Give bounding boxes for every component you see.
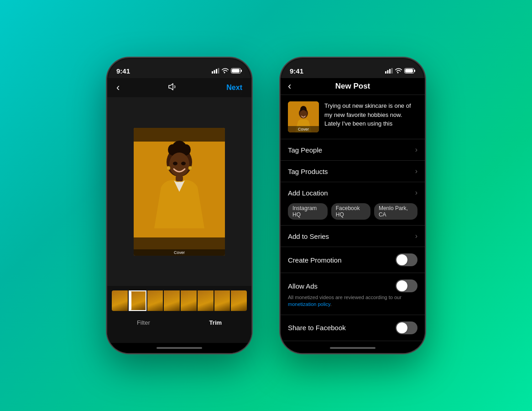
svg-rect-6 [232,69,240,73]
allow-ads-knob [396,280,407,291]
allow-ads-label: Allow Ads [288,282,318,290]
svg-rect-5 [241,70,242,72]
video-preview: Cover [107,97,251,286]
filter-tab[interactable]: Filter [128,319,159,326]
film-frame-3 [147,290,163,311]
post-scroll-content[interactable]: Cover Trying out new skincare is one of … [281,95,425,343]
home-bar-left [156,347,202,349]
svg-point-18 [167,166,170,170]
svg-rect-1 [214,70,215,74]
share-facebook-toggle[interactable] [396,321,417,334]
location-tag-menlopark[interactable]: Menlo Park, CA [374,203,417,220]
next-button[interactable]: Next [226,84,242,92]
svg-rect-27 [405,69,413,73]
svg-rect-0 [212,71,213,74]
signal-icon [212,68,219,74]
svg-rect-26 [414,70,415,72]
svg-rect-9 [134,128,225,142]
share-facebook-row: Share to Facebook [281,315,425,341]
svg-rect-23 [389,69,391,74]
allow-ads-sub-after: . [330,301,332,307]
share-facebook-label: Share to Facebook [288,324,346,332]
status-icons-left [212,68,242,74]
create-promotion-knob [396,254,407,265]
svg-rect-24 [391,68,393,74]
status-bar-right: 9:41 [281,58,425,78]
share-facebook-knob [396,322,407,333]
monetization-policy-link[interactable]: monetization policy [288,301,330,307]
svg-point-15 [169,153,189,176]
woman-svg [134,128,225,256]
create-promotion-row: Create Promotion [281,247,425,273]
status-icons-right [385,68,416,74]
film-strip[interactable] [112,290,247,311]
film-frame-5 [181,290,197,311]
trim-tab[interactable]: Trim [200,319,231,326]
back-button-right[interactable]: ‹ [288,80,291,92]
phone-left: 9:41 ‹ [106,57,252,354]
svg-point-19 [188,166,192,170]
chevron-tag-products: › [415,167,417,175]
post-thumbnail: Cover [288,101,319,132]
cover-label-post: Cover [288,126,319,132]
add-location-label: Add Location [288,189,328,197]
svg-rect-3 [218,68,219,74]
create-promotion-toggle[interactable] [396,253,417,266]
location-tag-facebook[interactable]: Facebook HQ [331,203,370,220]
film-frame-8 [231,290,247,311]
add-to-series-row[interactable]: Add to Series › [281,226,425,247]
svg-rect-22 [387,70,389,74]
allow-ads-row: Allow Ads All monetized videos are revie… [281,273,425,315]
film-frame-1 [112,290,128,311]
screen-left: ‹ Next [107,78,251,353]
timeline-bar [107,286,251,316]
home-indicator-right [281,343,425,353]
tag-people-row[interactable]: Tag People › [281,139,425,161]
svg-rect-21 [385,71,386,74]
video-thumbnail: Cover [134,128,225,256]
chevron-add-series: › [415,232,417,240]
film-frame-6 [198,290,214,311]
video-header: ‹ Next [107,78,251,97]
time-right: 9:41 [290,67,303,75]
location-tags-container: Instagram HQ Facebook HQ Menlo Park, CA [281,200,425,226]
status-bar-left: 9:41 [107,58,251,78]
back-button-left[interactable]: ‹ [116,82,120,94]
tag-products-label: Tag Products [288,168,328,175]
cover-label-video: Cover [134,249,225,256]
chevron-add-location: › [415,189,417,197]
svg-point-16 [173,162,177,165]
wifi-icon [222,68,229,74]
wifi-icon-right [395,68,402,74]
svg-rect-2 [216,69,217,74]
volume-icon[interactable] [168,83,178,93]
allow-ads-sub-before: All monetized videos are reviewed accord… [288,295,402,300]
film-frame-4 [164,290,180,311]
home-indicator-left [107,343,251,353]
post-header: ‹ New Post [281,78,425,95]
svg-rect-20 [176,176,183,181]
location-tag-instagram[interactable]: Instagram HQ [288,203,328,220]
svg-point-17 [181,162,186,165]
caption-text[interactable]: Trying out new skincare is one of my new… [324,101,417,132]
phone-right: 9:41 ‹ New Post [280,57,426,354]
add-location-row[interactable]: Add Location › [281,182,425,200]
signal-icon-right [385,68,393,74]
video-footer: Filter Trim [107,316,251,343]
caption-area: Cover Trying out new skincare is one of … [281,95,425,139]
tag-people-label: Tag People [288,146,322,154]
film-frame-7 [214,290,230,311]
allow-ads-sub-text: All monetized videos are reviewed accord… [288,294,417,308]
battery-icon-right [404,68,416,74]
battery-icon [231,68,242,74]
film-frame-2 [129,290,146,311]
post-title: New Post [335,82,370,91]
chevron-tag-people: › [415,146,417,154]
create-promotion-label: Create Promotion [288,256,342,264]
tag-products-row[interactable]: Tag Products › [281,161,425,182]
allow-ads-toggle[interactable] [396,279,417,292]
screen-right: ‹ New Post Cover Trying out [281,78,425,353]
add-to-series-label: Add to Series [288,232,329,240]
home-bar-right [330,347,376,349]
allow-ads-top: Allow Ads [288,279,417,292]
